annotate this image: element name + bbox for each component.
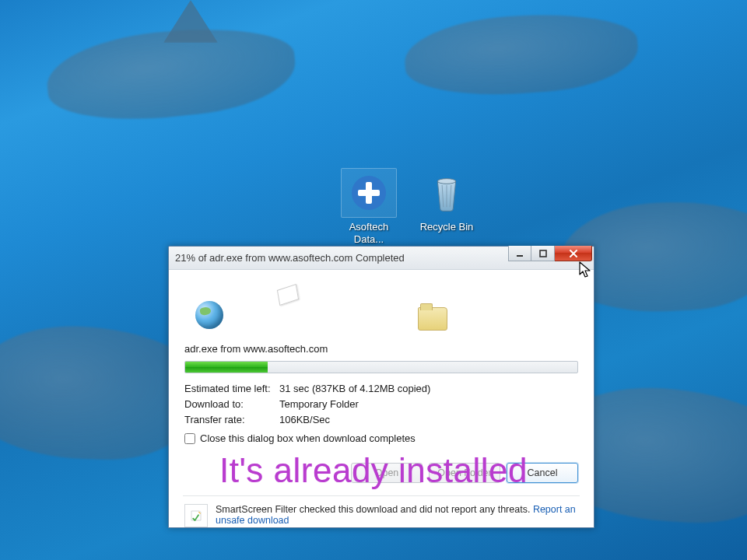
asoftech-icon (341, 168, 397, 218)
titlebar[interactable]: 21% of adr.exe from www.asoftech.com Com… (169, 247, 594, 270)
progress-fill (185, 362, 268, 373)
rate-label: Transfer rate: (184, 412, 279, 428)
globe-icon (195, 301, 223, 329)
rate-value: 106KB/Sec (279, 412, 330, 428)
eta-label: Estimated time left: (184, 381, 279, 397)
eta-value: 31 sec (837KB of 4.12MB copied) (279, 381, 430, 397)
cancel-button[interactable]: Cancel (507, 463, 578, 483)
close-when-done-label: Close this dialog box when download comp… (200, 432, 416, 444)
desktop-icon-asoftech[interactable]: Asoftech Data... (333, 168, 405, 247)
svg-rect-7 (517, 255, 523, 257)
open-folder-button: Open Folder (429, 463, 500, 483)
close-when-done-row[interactable]: Close this dialog box when download comp… (184, 432, 578, 444)
desktop-icon-label: Recycle Bin (411, 221, 482, 233)
dialog-body: adr.exe from www.asoftech.com Estimated … (169, 270, 594, 452)
recycle-bin-icon (419, 168, 475, 218)
folder-icon (418, 307, 447, 331)
window-controls (508, 247, 592, 261)
maximize-button[interactable] (531, 246, 555, 261)
open-button: Open (351, 463, 423, 483)
file-source-line: adr.exe from www.asoftech.com (184, 343, 578, 355)
desktop-background: Asoftech Data... Recycle Bin 21% of adr.… (0, 0, 747, 560)
svg-rect-8 (540, 250, 546, 257)
transfer-animation (184, 284, 578, 332)
close-button[interactable] (555, 246, 592, 261)
wallpaper-shape (402, 8, 640, 102)
dest-value: Temporary Folder (279, 397, 359, 412)
svg-point-3 (437, 179, 455, 184)
download-stats: Estimated time left: 31 sec (837KB of 4.… (184, 381, 578, 428)
dialog-button-row: Open Open Folder Cancel (169, 452, 594, 495)
download-dialog: 21% of adr.exe from www.asoftech.com Com… (168, 246, 594, 528)
smartscreen-text: SmartScreen Filter checked this download… (216, 504, 578, 527)
smartscreen-panel: SmartScreen Filter checked this download… (183, 495, 580, 527)
desktop-icon-recycle-bin[interactable]: Recycle Bin (411, 168, 482, 233)
wallpaper-shape (163, 0, 218, 43)
dest-label: Download to: (184, 397, 279, 412)
minimize-button[interactable] (508, 246, 531, 261)
close-when-done-checkbox[interactable] (184, 433, 195, 444)
smartscreen-message: SmartScreen Filter checked this download… (216, 504, 530, 515)
smartscreen-icon (184, 504, 208, 527)
desktop-icon-label: Asoftech Data... (333, 221, 405, 247)
window-title: 21% of adr.exe from www.asoftech.com Com… (175, 252, 405, 264)
flying-page-icon (277, 284, 299, 306)
svg-rect-2 (358, 190, 380, 196)
progress-bar (184, 361, 578, 373)
